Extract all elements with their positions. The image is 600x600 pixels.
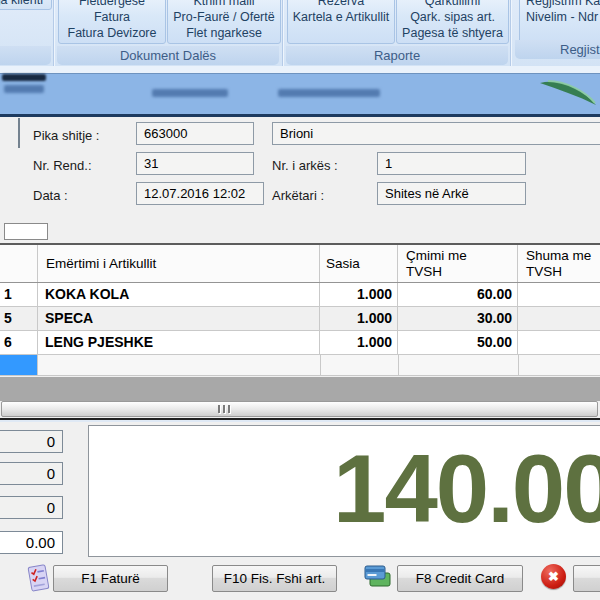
summary-field-3[interactable]: 0 <box>0 496 63 519</box>
data-label: Data : <box>33 188 68 203</box>
ribbon-group-label: Regjistr <box>515 40 600 59</box>
cell-qty[interactable]: 1.000 <box>320 331 398 354</box>
nr-rend-input[interactable]: 31 <box>136 152 254 175</box>
pos-window: ga klienti Fletdërgesë Fatura Fatura Dev… <box>0 0 600 600</box>
column-header-rowselector[interactable] <box>0 245 38 282</box>
cell-code[interactable]: 1 <box>0 283 38 306</box>
ribbon-button-regjistrim[interactable]: Regjistrim Ka Nivelim - Ndr <box>519 0 600 44</box>
close-icon[interactable]: ✖ <box>541 564 566 589</box>
divider-highlight <box>0 420 600 422</box>
ribbon-button-qarkullimi[interactable]: Qarkullimi Qark. sipas art. Pagesa të sh… <box>396 0 509 44</box>
grand-total-panel: 140.00 <box>88 425 600 557</box>
nr-arkes-input[interactable]: 1 <box>377 152 526 175</box>
selected-row-indicator[interactable] <box>0 355 38 375</box>
column-header-shuma[interactable]: Shuma me TVSH <box>518 245 600 282</box>
splitter-handle[interactable] <box>1 401 598 417</box>
small-edit-box[interactable] <box>4 223 48 240</box>
f1-fature-button[interactable]: F1 Faturë <box>53 565 168 592</box>
nr-arkes-label: Nr. i arkës : <box>272 158 338 173</box>
ribbon-separator <box>282 0 283 66</box>
table-row[interactable]: 6 LENG PJESHKE 1.000 50.00 50.00 <box>0 331 600 355</box>
ribbon-group-left-bar <box>0 46 51 65</box>
cell-code[interactable]: 5 <box>0 307 38 330</box>
summary-field-2[interactable]: 0 <box>0 462 63 485</box>
ribbon-group-label: Dokument Dalës <box>57 46 279 65</box>
cell-total[interactable]: 30.00 <box>518 307 600 330</box>
cell-qty[interactable]: 1.000 <box>320 307 398 330</box>
ribbon-group-regjistrime: Regjistrim Ka Nivelim - Ndr Regjistr <box>513 0 600 66</box>
data-input[interactable]: 12.07.2016 12:02 <box>136 182 264 205</box>
ribbon-button-fatura[interactable]: Fletdërgesë Fatura Fatura Devizore <box>58 0 166 44</box>
ribbon-separator <box>510 0 511 66</box>
blurred-text <box>278 89 380 97</box>
partial-button-right[interactable] <box>573 565 600 592</box>
grip-icon <box>218 405 220 413</box>
blurred-text <box>152 89 228 97</box>
blurred-text <box>2 74 46 81</box>
column-header-sasia[interactable]: Sasia <box>320 245 398 282</box>
pika-shitje-label: Pika shitje : <box>33 128 99 143</box>
cell-total[interactable]: 60.00 <box>518 283 600 306</box>
panel-edge-line <box>18 118 20 148</box>
grip-icon <box>223 405 225 413</box>
ribbon: ga klienti Fletdërgesë Fatura Fatura Dev… <box>0 0 600 66</box>
summary-field-1[interactable]: 0 <box>0 430 63 453</box>
cell-code[interactable]: 6 <box>0 331 38 354</box>
grid-background <box>0 377 600 401</box>
arketari-input[interactable]: Shites në Arkë <box>377 182 526 205</box>
cell-price[interactable]: 30.00 <box>398 307 518 330</box>
cell-qty[interactable]: 1.000 <box>320 283 398 306</box>
column-header-emertimi[interactable]: Emërtimi i Artikullit <box>38 245 320 282</box>
table-row[interactable]: 5 SPECA 1.000 30.00 30.00 <box>0 307 600 331</box>
grid-header-row: Emërtimi i Artikullit Sasia Çmimi me TVS… <box>0 245 600 283</box>
arketari-label: Arkëtari : <box>272 188 324 203</box>
cell-name[interactable]: KOKA KOLA <box>38 283 320 306</box>
logo-swoosh-icon <box>538 77 598 109</box>
gridline <box>320 355 321 375</box>
ribbon-separator <box>53 0 54 66</box>
column-header-cmimi[interactable]: Çmimi me TVSH <box>398 245 518 282</box>
table-new-row[interactable] <box>0 355 600 376</box>
table-row[interactable]: 1 KOKA KOLA 1.000 60.00 60.00 <box>0 283 600 307</box>
cell-name[interactable]: SPECA <box>38 307 320 330</box>
gridline <box>398 355 399 375</box>
cell-total[interactable]: 50.00 <box>518 331 600 354</box>
gridline <box>518 355 519 375</box>
grip-icon <box>228 405 230 413</box>
nr-rend-label: Nr. Rend.: <box>33 158 92 173</box>
blurred-text <box>4 85 44 93</box>
ribbon-group-left <box>0 0 53 66</box>
notes-icon[interactable] <box>26 563 50 594</box>
credit-cards-icon[interactable] <box>363 563 392 592</box>
grand-total-value: 140.00 <box>333 434 600 544</box>
ribbon-button-rezerva[interactable]: Rezerva Kartela e Artikullit <box>287 0 395 44</box>
ribbon-group-raporte: Rezerva Kartela e Artikullit Qarkullimi … <box>284 0 510 66</box>
ribbon-group-dokument-dales: Fletdërgesë Fatura Fatura Devizore Kthim… <box>55 0 281 66</box>
ribbon-group-label: Raporte <box>286 46 508 65</box>
cell-price[interactable]: 60.00 <box>398 283 518 306</box>
cell-name[interactable]: LENG PJESHKE <box>38 331 320 354</box>
pika-shitje-name-input[interactable]: Brioni <box>272 122 600 145</box>
f8-credit-card-button[interactable]: F8 Credit Card <box>397 565 523 592</box>
cell-price[interactable]: 50.00 <box>398 331 518 354</box>
pika-shitje-code-input[interactable]: 663000 <box>136 122 254 145</box>
f10-fshi-art-button[interactable]: F10 Fis. Fshi art. <box>212 565 337 592</box>
ribbon-button-oferte[interactable]: Kthim malli Pro-Faurë / Ofertë Flet ngar… <box>167 0 281 44</box>
payment-amount-input[interactable]: 0.00 <box>0 531 63 554</box>
app-title-band <box>0 73 600 117</box>
